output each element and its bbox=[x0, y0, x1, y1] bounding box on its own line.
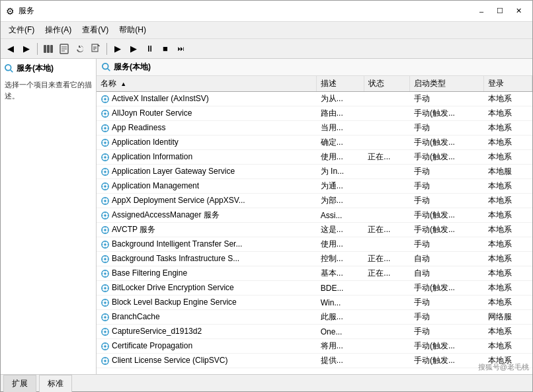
status-bar: 扩展 标准 bbox=[1, 374, 532, 391]
service-status bbox=[364, 121, 410, 136]
forward-button[interactable]: ▶ bbox=[19, 42, 34, 56]
table-row[interactable]: Background Tasks Infrastructure S... 控制.… bbox=[97, 252, 532, 266]
table-row[interactable]: AllJoyn Router Service 路由... 手动(触发... 本地… bbox=[97, 106, 532, 121]
service-name: App Readiness bbox=[97, 121, 317, 136]
restart-button[interactable]: ⏭ bbox=[174, 42, 188, 56]
table-row[interactable]: BranchCache 此服... 手动 网络服 bbox=[97, 310, 532, 325]
app-icon: ⚙ bbox=[6, 6, 15, 17]
play-button[interactable]: ▶ bbox=[126, 42, 141, 56]
toolbar-separator-2 bbox=[106, 43, 107, 55]
table-row[interactable]: BitLocker Drive Encryption Service BDE..… bbox=[97, 281, 532, 295]
service-login: 网络服 bbox=[484, 310, 532, 325]
export-button[interactable] bbox=[89, 42, 103, 56]
service-name: Block Level Backup Engine Service bbox=[97, 295, 317, 310]
service-icon bbox=[101, 327, 110, 336]
service-login: 本地系 bbox=[484, 325, 532, 339]
svg-point-96 bbox=[104, 287, 106, 290]
service-name: Application Identity bbox=[97, 136, 317, 150]
table-row[interactable]: AVCTP 服务 这是... 正在... 手动(触发... 本地系 bbox=[97, 223, 532, 237]
table-row[interactable]: ActiveX Installer (AxInstSV) 为从... 手动 本地… bbox=[97, 92, 532, 106]
svg-line-14 bbox=[11, 69, 13, 72]
services-table[interactable]: 名称 ▲ 描述 状态 启动类型 登录 ActiveX Ins bbox=[97, 76, 532, 374]
table-row[interactable]: Application Layer Gateway Service 为 In..… bbox=[97, 165, 532, 179]
table-row[interactable]: Application Information 使用... 正在... 手动(触… bbox=[97, 150, 532, 165]
table-row[interactable]: Block Level Backup Engine Service Win...… bbox=[97, 295, 532, 310]
table-row[interactable]: Application Identity 确定... 手动(触发... 本地系 bbox=[97, 136, 532, 150]
table-row[interactable]: Background Intelligent Transfer Ser... 使… bbox=[97, 237, 532, 252]
window-controls: – ☐ ✕ bbox=[473, 5, 527, 18]
service-status bbox=[364, 339, 410, 354]
table-row[interactable]: Client License Service (ClipSVC) 提供... 手… bbox=[97, 354, 532, 368]
service-login: 本地系 bbox=[484, 339, 532, 354]
pause-button[interactable]: ⏸ bbox=[142, 42, 157, 56]
service-icon bbox=[101, 313, 110, 322]
menu-view[interactable]: 查看(V) bbox=[77, 23, 114, 37]
service-icon bbox=[101, 182, 110, 191]
service-icon bbox=[101, 196, 110, 206]
col-startup[interactable]: 启动类型 bbox=[410, 76, 484, 92]
stop-button[interactable]: ■ bbox=[158, 42, 173, 56]
start-button[interactable]: ▶ bbox=[110, 42, 125, 56]
tab-standard[interactable]: 标准 bbox=[39, 375, 72, 392]
service-desc: 使用... bbox=[317, 150, 364, 165]
refresh-button[interactable] bbox=[73, 42, 87, 56]
service-desc: 控制... bbox=[317, 252, 364, 266]
service-login: 本地系 bbox=[484, 194, 532, 208]
table-row[interactable]: AssignedAccessManager 服务 Assi... 手动(触发..… bbox=[97, 208, 532, 223]
service-status bbox=[364, 295, 410, 310]
service-login: 本地系 bbox=[484, 354, 532, 368]
service-icon bbox=[101, 356, 110, 366]
service-startup: 手动(触发... bbox=[410, 208, 484, 223]
back-button[interactable]: ◀ bbox=[3, 42, 18, 56]
service-status: 正在... bbox=[364, 266, 410, 281]
svg-point-66 bbox=[104, 214, 106, 217]
menu-action[interactable]: 操作(A) bbox=[40, 23, 77, 37]
col-name[interactable]: 名称 ▲ bbox=[97, 76, 317, 92]
main-window: ⚙ 服务 – ☐ ✕ 文件(F) 操作(A) 查看(V) 帮助(H) ◀ ▶ bbox=[0, 0, 533, 392]
col-status[interactable]: 状态 bbox=[364, 76, 410, 92]
svg-point-30 bbox=[104, 127, 106, 130]
menu-help[interactable]: 帮助(H) bbox=[114, 23, 151, 37]
service-startup: 手动(触发... bbox=[410, 106, 484, 121]
window-title: 服务 bbox=[19, 5, 34, 17]
service-desc: 确定... bbox=[317, 136, 364, 150]
table-row[interactable]: AppX Deployment Service (AppXSV... 为部...… bbox=[97, 194, 532, 208]
service-login: 本地系 bbox=[484, 121, 532, 136]
table-row[interactable]: App Readiness 当用... 手动 本地系 bbox=[97, 121, 532, 136]
service-login: 本地系 bbox=[484, 266, 532, 281]
service-desc: BDE... bbox=[317, 281, 364, 295]
service-startup: 手动(触发... bbox=[410, 339, 484, 354]
service-status bbox=[364, 354, 410, 368]
service-icon bbox=[101, 269, 110, 278]
table-row[interactable]: Base Filtering Engine 基本... 正在... 自动 本地系 bbox=[97, 266, 532, 281]
col-login[interactable]: 登录 bbox=[484, 76, 532, 92]
maximize-button[interactable]: ☐ bbox=[491, 5, 509, 18]
svg-point-78 bbox=[104, 243, 106, 246]
service-startup: 手动(触发... bbox=[410, 136, 484, 150]
service-startup: 手动 bbox=[410, 179, 484, 194]
show-hide-button[interactable] bbox=[41, 42, 56, 56]
properties-button[interactable] bbox=[57, 42, 71, 56]
col-desc[interactable]: 描述 bbox=[317, 76, 364, 92]
table-row[interactable]: CaptureService_d1913d2 One... 手动 本地系 bbox=[97, 325, 532, 339]
service-login: 本地系 bbox=[484, 281, 532, 295]
table-row[interactable]: Certificate Propagation 将用... 手动(触发... 本… bbox=[97, 339, 532, 354]
service-desc: 使用... bbox=[317, 237, 364, 252]
table-row[interactable]: Application Management 为通... 手动 本地系 bbox=[97, 179, 532, 194]
service-name: CaptureService_d1913d2 bbox=[97, 325, 317, 339]
service-icon bbox=[101, 167, 110, 176]
svg-point-108 bbox=[104, 316, 106, 319]
service-status bbox=[364, 281, 410, 295]
service-name: AppX Deployment Service (AppXSV... bbox=[97, 194, 317, 208]
left-panel-header: 服务(本地) bbox=[5, 63, 92, 74]
minimize-button[interactable]: – bbox=[473, 5, 490, 18]
service-status bbox=[364, 106, 410, 121]
main-area: 服务(本地) 选择一个项目来查看它的描述。 服务(本地) 名称 bbox=[1, 59, 532, 374]
service-name: Base Filtering Engine bbox=[97, 266, 317, 281]
service-icon bbox=[101, 95, 110, 104]
menu-file[interactable]: 文件(F) bbox=[3, 23, 40, 37]
tab-expand[interactable]: 扩展 bbox=[3, 375, 36, 392]
service-name: Application Management bbox=[97, 179, 317, 194]
service-login: 本地系 bbox=[484, 223, 532, 237]
close-button[interactable]: ✕ bbox=[510, 5, 527, 18]
